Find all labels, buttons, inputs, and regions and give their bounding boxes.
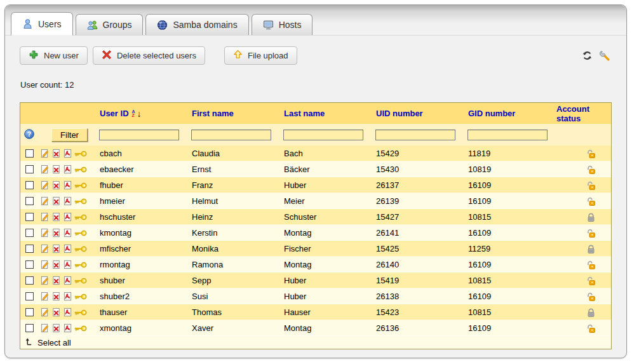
user-row[interactable]: hschuster Heinz Schuster 15427 10815	[20, 209, 611, 225]
pdf-icon[interactable]	[63, 244, 72, 253]
pdf-icon[interactable]	[63, 292, 72, 301]
user-row[interactable]: shuber2 Susi Huber 26138 16109	[20, 288, 611, 304]
password-key-icon[interactable]	[74, 150, 87, 158]
password-key-icon[interactable]	[74, 229, 87, 237]
password-key-icon[interactable]	[74, 166, 87, 173]
edit-icon[interactable]	[40, 196, 50, 206]
new-user-button[interactable]: New user	[20, 46, 88, 65]
edit-icon[interactable]	[40, 260, 50, 269]
delete-icon[interactable]	[51, 180, 61, 190]
az-descending-sort-icon[interactable]: AZ	[132, 110, 135, 118]
delete-icon[interactable]	[51, 165, 61, 174]
delete-icon[interactable]	[51, 149, 61, 158]
row-checkbox[interactable]	[25, 324, 34, 332]
filter-input-last-name[interactable]	[283, 130, 363, 140]
pdf-icon[interactable]	[63, 323, 72, 333]
password-key-icon[interactable]	[74, 182, 87, 189]
column-header-first-name[interactable]: First name	[189, 109, 281, 118]
user-id-text: hschuster	[97, 212, 189, 222]
pdf-icon[interactable]	[63, 180, 72, 190]
column-header-gid-number[interactable]: GID number	[465, 109, 552, 118]
row-checkbox[interactable]	[25, 292, 34, 300]
pdf-icon[interactable]	[63, 260, 72, 269]
password-key-icon[interactable]	[74, 325, 87, 332]
delete-icon[interactable]	[51, 228, 61, 238]
pdf-icon[interactable]	[63, 212, 72, 222]
delete-icon[interactable]	[51, 276, 61, 285]
column-header-last-name[interactable]: Last name	[281, 109, 373, 118]
pdf-icon[interactable]	[63, 149, 72, 158]
refresh-icon[interactable]	[582, 50, 593, 61]
column-header-account-status[interactable]: Account status	[552, 104, 611, 123]
row-checkbox[interactable]	[25, 149, 34, 158]
edit-icon[interactable]	[40, 244, 50, 253]
pdf-icon[interactable]	[63, 196, 72, 206]
delete-icon[interactable]	[51, 196, 61, 206]
row-checkbox[interactable]	[25, 229, 34, 237]
edit-icon[interactable]	[40, 165, 50, 174]
column-header-user-id[interactable]: User ID AZ ↓	[97, 109, 189, 118]
pdf-icon[interactable]	[63, 165, 72, 174]
edit-icon[interactable]	[40, 276, 50, 285]
password-key-icon[interactable]	[74, 213, 87, 221]
tab-hosts[interactable]: Hosts	[252, 14, 313, 35]
row-checkbox[interactable]	[25, 213, 34, 221]
file-upload-button[interactable]: File upload	[224, 46, 297, 65]
wrench-icon[interactable]	[600, 50, 610, 61]
user-row[interactable]: kmontag Kerstin Montag 26141 16109	[20, 225, 611, 241]
user-row[interactable]: cbach Claudia Bach 15429 11819	[20, 145, 611, 161]
user-row[interactable]: thauser Thomas Hauser 15423 10815	[20, 304, 611, 320]
password-key-icon[interactable]	[74, 277, 87, 285]
user-row[interactable]: mfischer Monika Fischer 15425 11259	[20, 241, 611, 257]
select-all-link[interactable]: Select all	[20, 336, 611, 349]
password-key-icon[interactable]	[74, 293, 87, 300]
row-checkbox[interactable]	[25, 197, 34, 205]
filter-input-first-name[interactable]	[191, 130, 271, 140]
row-checkbox[interactable]	[25, 181, 34, 189]
user-id-text: thauser	[97, 307, 189, 317]
edit-icon[interactable]	[40, 307, 50, 317]
edit-icon[interactable]	[40, 292, 50, 301]
edit-icon[interactable]	[40, 149, 50, 158]
password-key-icon[interactable]	[74, 261, 87, 269]
user-row[interactable]: fhuber Franz Huber 26137 16109	[20, 177, 611, 193]
delete-icon[interactable]	[51, 307, 61, 317]
filter-input-gid-number[interactable]	[467, 130, 548, 140]
delete-icon[interactable]	[51, 212, 61, 222]
row-checkbox[interactable]	[25, 308, 34, 316]
row-checkbox[interactable]	[25, 260, 34, 269]
password-key-icon[interactable]	[74, 245, 87, 253]
edit-icon[interactable]	[40, 180, 50, 190]
column-header-uid-number[interactable]: UID number	[373, 109, 465, 118]
edit-icon[interactable]	[40, 228, 50, 238]
help-icon[interactable]: ?	[24, 129, 34, 141]
tab-users[interactable]: Users	[11, 12, 73, 36]
user-row[interactable]: shuber Sepp Huber 15419 10815	[20, 273, 611, 288]
pdf-icon[interactable]	[63, 276, 72, 285]
pdf-icon[interactable]	[63, 228, 72, 238]
row-checkbox[interactable]	[25, 276, 34, 285]
delete-icon[interactable]	[51, 244, 61, 253]
user-row[interactable]: hmeier Helmut Meier 26139 16109	[20, 193, 611, 209]
filter-button[interactable]: Filter	[51, 128, 88, 142]
delete-icon[interactable]	[51, 323, 61, 333]
delete-icon[interactable]	[51, 292, 61, 301]
password-key-icon[interactable]	[74, 198, 87, 205]
row-checkbox[interactable]	[25, 165, 34, 173]
filter-input-user-id[interactable]	[99, 130, 179, 140]
password-key-icon[interactable]	[74, 309, 87, 316]
row-checkbox[interactable]	[25, 245, 34, 253]
upload-arrow-icon	[233, 50, 243, 61]
user-row[interactable]: ebaecker Ernst Bäcker 15430 10819	[20, 161, 611, 177]
delete-icon[interactable]	[51, 260, 61, 269]
delete-selected-users-button[interactable]: Delete selected users	[93, 46, 205, 65]
user-row[interactable]: rmontag Ramona Montag 26140 16109	[20, 257, 611, 273]
pdf-icon[interactable]	[63, 307, 72, 317]
tab-samba-domains[interactable]: Samba domains	[145, 14, 248, 35]
user-row[interactable]: xmontag Xaver Montag 26136 16109	[20, 320, 611, 336]
edit-icon[interactable]	[40, 212, 50, 222]
filter-input-uid-number[interactable]	[375, 130, 455, 140]
gid-number-text: 16109	[465, 292, 552, 301]
tab-groups[interactable]: Groups	[76, 14, 144, 35]
edit-icon[interactable]	[40, 323, 50, 333]
